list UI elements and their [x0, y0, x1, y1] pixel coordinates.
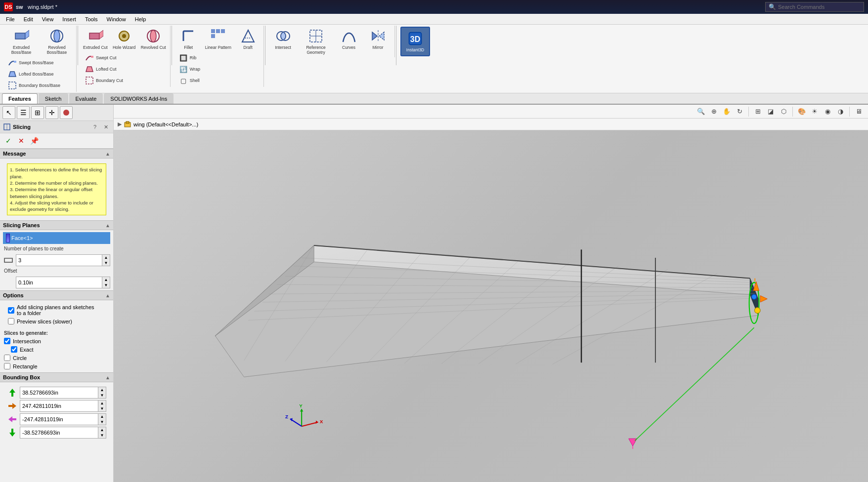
panel-btn-move[interactable]: ✛	[45, 106, 58, 119]
view-btn-scene[interactable]: ☀	[809, 106, 820, 117]
view-btn-display[interactable]: ◪	[765, 106, 776, 117]
linear-pattern-button[interactable]: Linear Pattern	[203, 27, 233, 51]
tab-sketch[interactable]: Sketch	[39, 93, 68, 104]
menu-window[interactable]: Window	[103, 15, 130, 23]
add-folder-checkbox[interactable]	[8, 307, 14, 314]
panel-btn-select[interactable]: ↖	[2, 106, 15, 119]
bbox-input-1-wrapper[interactable]: ▲ ▼	[20, 387, 106, 399]
shell-button[interactable]: ▢ Shell	[177, 75, 202, 86]
bbox-2-down[interactable]: ▼	[98, 406, 106, 411]
bounding-box-section-header[interactable]: Bounding Box ▲	[0, 372, 113, 382]
boundary-cut-button[interactable]: Boundary Cut	[83, 75, 125, 86]
num-planes-up[interactable]: ▲	[102, 255, 110, 260]
bbox-4-up[interactable]: ▲	[98, 427, 106, 433]
view-btn-zoom-fit[interactable]: 🔍	[695, 106, 706, 117]
bbox-1-down[interactable]: ▼	[98, 393, 106, 398]
num-planes-input[interactable]	[16, 256, 102, 264]
bbox-1-up[interactable]: ▲	[98, 387, 106, 393]
options-section-header[interactable]: Options ▲	[0, 290, 113, 300]
bbox-3-down[interactable]: ▼	[98, 419, 106, 425]
curves-button[interactable]: Curves	[335, 27, 362, 51]
view-btn-shadows[interactable]: ◑	[835, 106, 846, 117]
plane-item-face1[interactable]: Face<1>	[3, 232, 110, 244]
offset-up[interactable]: ▲	[102, 277, 110, 282]
revolved-boss-button[interactable]: Revolved Boss/Base	[40, 27, 74, 56]
search-input[interactable]	[778, 4, 857, 10]
tab-features[interactable]: Features	[2, 93, 38, 104]
bbox-input-3-wrapper[interactable]: ▲ ▼	[20, 413, 106, 425]
swept-boss-button[interactable]: Swept Boss/Base	[6, 57, 62, 68]
message-section-header[interactable]: Message ▲	[0, 149, 113, 159]
offset-input-wrapper[interactable]: ▲ ▼	[16, 277, 110, 288]
wing-svg: X Y Z	[114, 130, 868, 482]
menu-tools[interactable]: Tools	[81, 15, 102, 23]
num-planes-input-wrapper[interactable]: ▲ ▼	[16, 254, 110, 266]
wrap-button[interactable]: 🔃 Wrap	[177, 64, 202, 75]
bbox-input-1[interactable]	[20, 389, 98, 397]
menu-file[interactable]: File	[2, 15, 19, 23]
rectangle-checkbox[interactable]	[4, 363, 10, 369]
panel-btn-list[interactable]: ☰	[17, 106, 30, 119]
bbox-input-2-wrapper[interactable]: ▲ ▼	[20, 400, 106, 412]
exact-checkbox[interactable]	[11, 346, 17, 353]
view-btn-monitor[interactable]: 🖥	[853, 106, 864, 117]
shell-icon: ▢	[178, 76, 188, 85]
boundary-boss-button[interactable]: Boundary Boss/Base	[6, 80, 62, 91]
intersect-button[interactable]: Intersect	[269, 27, 297, 51]
view-btn-rotate[interactable]: ↻	[734, 106, 745, 117]
bbox-input-4-wrapper[interactable]: ▲ ▼	[20, 427, 106, 439]
instant3d-button[interactable]: 3D Instant3D	[400, 27, 430, 56]
extruded-cut-button[interactable]: Extruded Cut	[81, 27, 110, 51]
lofted-boss-icon	[7, 69, 17, 79]
tab-evaluate[interactable]: Evaluate	[69, 93, 103, 104]
view-btn-realview[interactable]: ◉	[822, 106, 833, 117]
panel-btn-grid[interactable]: ⊞	[31, 106, 44, 119]
intersection-checkbox[interactable]	[4, 338, 10, 344]
bbox-input-4[interactable]	[20, 429, 98, 437]
pin-button[interactable]: 📌	[29, 135, 40, 146]
swept-cut-button[interactable]: Swept Cut	[83, 52, 125, 63]
close-panel-button[interactable]: ✕	[101, 122, 110, 131]
revolved-cut-button[interactable]: Revolved Cut	[139, 27, 168, 51]
slicing-planes-section-header[interactable]: Slicing Planes ▲	[0, 220, 113, 230]
circle-checkbox[interactable]	[4, 355, 10, 361]
menu-view[interactable]: View	[38, 15, 58, 23]
cancel-button[interactable]: ✕	[16, 135, 27, 146]
hole-wizard-button[interactable]: Hole Wizard	[111, 27, 138, 51]
menu-edit[interactable]: Edit	[20, 15, 37, 23]
num-planes-down[interactable]: ▼	[102, 260, 110, 266]
bbox-input-2[interactable]	[20, 402, 98, 410]
view-btn-pan[interactable]: ✋	[721, 106, 732, 117]
help-button[interactable]: ?	[90, 122, 99, 131]
extruded-boss-button[interactable]: Extruded Boss/Base	[4, 27, 39, 56]
title-bar-search[interactable]: 🔍	[765, 2, 864, 12]
bbox-4-down[interactable]: ▼	[98, 433, 106, 438]
viewport[interactable]: X Y Z	[114, 130, 868, 482]
menu-insert[interactable]: Insert	[58, 15, 80, 23]
reference-geometry-button[interactable]: Reference Geometry	[299, 27, 333, 56]
bbox-2-up[interactable]: ▲	[98, 401, 106, 406]
fillet-button[interactable]: Fillet	[175, 27, 202, 51]
menu-help[interactable]: Help	[131, 15, 150, 23]
offset-down[interactable]: ▼	[102, 282, 110, 288]
view-btn-standard[interactable]: ⊞	[752, 106, 763, 117]
tree-expand-arrow[interactable]: ▶	[118, 121, 122, 127]
swept-cut-icon	[85, 53, 94, 63]
ok-button[interactable]: ✓	[3, 135, 14, 146]
wing-name: wing (Default<<Default>...)	[133, 121, 198, 127]
lofted-cut-button[interactable]: Lofted Cut	[83, 64, 125, 75]
view-btn-zoom-in[interactable]: ⊕	[708, 106, 719, 117]
feature-panel-header[interactable]: Slicing ? ✕	[0, 121, 113, 133]
rib-button[interactable]: 🔲 Rib	[177, 52, 202, 63]
panel-btn-display[interactable]	[60, 106, 73, 119]
bbox-input-3[interactable]	[20, 415, 98, 423]
mirror-button[interactable]: Mirror	[364, 27, 391, 51]
tab-solidworks-addins[interactable]: SOLIDWORKS Add-Ins	[104, 93, 174, 104]
bbox-3-up[interactable]: ▲	[98, 414, 106, 419]
offset-input[interactable]	[16, 279, 102, 286]
view-btn-appearance[interactable]: 🎨	[796, 106, 807, 117]
lofted-boss-button[interactable]: Lofted Boss/Base	[6, 69, 62, 80]
preview-checkbox[interactable]	[8, 318, 14, 324]
view-btn-section[interactable]: ⬡	[778, 106, 789, 117]
draft-button[interactable]: Draft	[234, 27, 261, 51]
